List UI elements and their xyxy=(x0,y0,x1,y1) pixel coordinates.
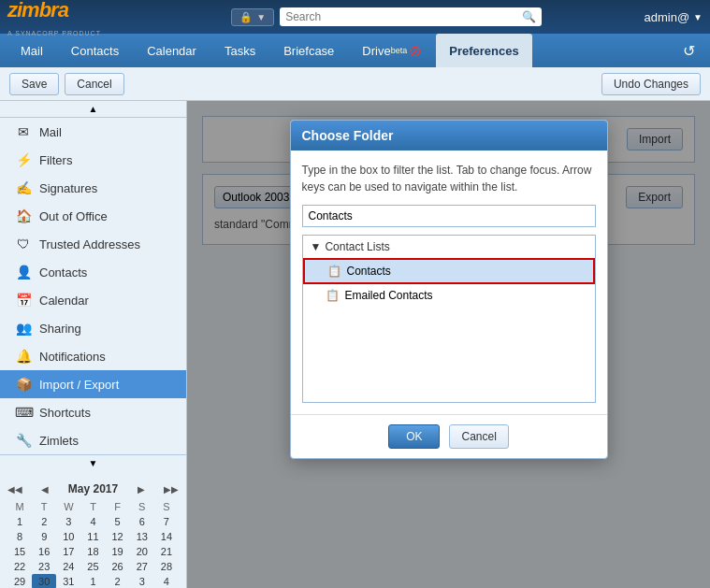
user-area: admin@ ▼ xyxy=(644,10,703,24)
out-of-office-icon: 🏠 xyxy=(15,208,32,223)
cal-day[interactable]: 24 xyxy=(56,559,80,574)
nav-bar: Mail Contacts Calendar Tasks Briefcase D… xyxy=(0,34,710,67)
sidebar-item-shortcuts[interactable]: ⌨ Shortcuts xyxy=(0,398,186,426)
cal-day[interactable]: 2 xyxy=(32,514,56,529)
mini-calendar: ◀◀ ◀ May 2017 ▶ ▶▶ MTWTFSS 1234567891011… xyxy=(0,471,186,588)
cal-day[interactable]: 10 xyxy=(56,529,80,544)
cal-prev[interactable]: ◀ xyxy=(41,484,49,495)
cal-day[interactable]: 3 xyxy=(56,514,80,529)
notifications-icon: 🔔 xyxy=(15,349,32,364)
cal-day[interactable]: 25 xyxy=(80,559,105,574)
sidebar-item-trusted-addresses[interactable]: 🛡 Trusted Addresses xyxy=(0,230,186,258)
username: admin@ xyxy=(644,10,689,24)
sidebar-item-filters[interactable]: ⚡ Filters xyxy=(0,146,186,174)
sidebar-scroll-up[interactable]: ▲ xyxy=(89,104,98,114)
cal-day[interactable]: 13 xyxy=(130,529,154,544)
cal-day[interactable]: 20 xyxy=(130,544,154,559)
modal-cancel-button[interactable]: Cancel xyxy=(449,424,508,449)
sidebar-item-out-of-office[interactable]: 🏠 Out of Office xyxy=(0,202,186,230)
folder-item-contacts[interactable]: 📋 Contacts xyxy=(303,258,595,284)
cal-day[interactable]: 8 xyxy=(7,529,32,544)
cal-day[interactable]: 22 xyxy=(7,559,32,574)
search-input[interactable] xyxy=(285,10,518,23)
nav-item-preferences[interactable]: Preferences xyxy=(436,34,531,67)
cal-day[interactable]: 7 xyxy=(154,514,179,529)
drive-disabled-icon: ⊘ xyxy=(409,42,421,60)
sidebar-item-notifications[interactable]: 🔔 Notifications xyxy=(0,342,186,370)
contacts-icon: 👤 xyxy=(15,265,32,280)
cal-day[interactable]: 12 xyxy=(106,529,130,544)
logo-area: zimbra A SYNACORP PRODUCT xyxy=(7,0,129,36)
cal-next[interactable]: ▶ xyxy=(138,484,145,495)
cal-day[interactable]: 9 xyxy=(32,529,56,544)
cal-day[interactable]: 19 xyxy=(106,544,130,559)
sidebar-item-zimlets[interactable]: 🔧 Zimlets xyxy=(0,426,186,454)
modal-footer: OK Cancel xyxy=(291,414,607,458)
cal-day[interactable]: 27 xyxy=(130,559,154,574)
sidebar-item-import-export[interactable]: 📦 Import / Export xyxy=(0,370,186,398)
cal-day[interactable]: 29 xyxy=(7,574,32,588)
cal-day[interactable]: 31 xyxy=(56,574,80,588)
logo-text: zimbra xyxy=(7,0,68,22)
cal-prev-prev[interactable]: ◀◀ xyxy=(7,484,22,495)
sidebar-item-signatures[interactable]: ✍ Signatures xyxy=(0,174,186,202)
search-icon: 🔍 xyxy=(522,10,536,23)
calendar-grid: MTWTFSS 12345678910111213141516171819202… xyxy=(7,499,179,588)
cal-day[interactable]: 15 xyxy=(7,544,32,559)
cal-day[interactable]: 28 xyxy=(154,559,179,574)
refresh-button[interactable]: ↺ xyxy=(675,34,703,67)
signatures-icon: ✍ xyxy=(15,180,32,195)
content-area: Import Outlook 2003 Contacts ▼ standard … xyxy=(187,101,710,588)
nav-item-calendar[interactable]: Calendar xyxy=(134,34,210,67)
trusted-addresses-icon: 🛡 xyxy=(15,237,32,251)
modal-ok-button[interactable]: OK xyxy=(388,424,440,449)
folder-group-contact-lists: ▼ Contact Lists xyxy=(303,236,595,258)
folder-group-label-text: Contact Lists xyxy=(325,240,389,253)
expand-icon: ▼ xyxy=(311,240,322,253)
filters-icon: ⚡ xyxy=(15,152,32,167)
save-button[interactable]: Save xyxy=(9,73,59,95)
sidebar-item-calendar[interactable]: 📅 Calendar xyxy=(0,286,186,314)
cal-day[interactable]: 26 xyxy=(106,559,130,574)
sidebar-item-mail[interactable]: ✉ Mail xyxy=(0,118,186,146)
nav-item-mail[interactable]: Mail xyxy=(7,34,56,67)
cal-day[interactable]: 6 xyxy=(130,514,154,529)
cal-day[interactable]: 1 xyxy=(7,514,32,529)
cal-day[interactable]: 30 xyxy=(32,574,56,588)
modal-overlay: Choose Folder Type in the box to filter … xyxy=(187,101,710,588)
zimlets-icon: 🔧 xyxy=(15,433,32,448)
top-bar: zimbra A SYNACORP PRODUCT 🔒 ▼ 🔍 admin@ ▼ xyxy=(0,0,710,34)
cal-day[interactable]: 21 xyxy=(154,544,179,559)
cal-day[interactable]: 4 xyxy=(154,574,179,588)
cancel-button[interactable]: Cancel xyxy=(65,73,123,95)
cal-day[interactable]: 2 xyxy=(106,574,130,588)
folder-contacts-icon: 📋 xyxy=(327,265,341,278)
cal-day[interactable]: 16 xyxy=(32,544,56,559)
undo-button[interactable]: Undo Changes xyxy=(601,73,701,95)
folder-item-emailed-contacts[interactable]: 📋 Emailed Contacts xyxy=(303,284,595,307)
import-export-icon: 📦 xyxy=(15,377,32,392)
cal-day[interactable]: 11 xyxy=(80,529,105,544)
sharing-icon: 👥 xyxy=(15,321,32,336)
cal-day[interactable]: 23 xyxy=(32,559,56,574)
user-menu-chevron[interactable]: ▼ xyxy=(693,12,703,22)
modal-instructions: Type in the box to filter the list. Tab … xyxy=(302,162,596,195)
sidebar-item-contacts[interactable]: 👤 Contacts xyxy=(0,258,186,286)
sidebar-item-sharing[interactable]: 👥 Sharing xyxy=(0,314,186,342)
nav-item-briefcase[interactable]: Briefcase xyxy=(270,34,347,67)
search-area: 🔒 ▼ 🔍 xyxy=(137,7,636,26)
nav-item-contacts[interactable]: Contacts xyxy=(58,34,132,67)
sidebar-scroll-down[interactable]: ▼ xyxy=(89,458,98,468)
folder-emailed-icon: 📋 xyxy=(326,289,340,302)
nav-item-tasks[interactable]: Tasks xyxy=(211,34,268,67)
cal-day[interactable]: 14 xyxy=(154,529,179,544)
cal-day[interactable]: 3 xyxy=(130,574,154,588)
folder-filter-input[interactable] xyxy=(302,205,596,227)
cal-day[interactable]: 17 xyxy=(56,544,80,559)
cal-day[interactable]: 4 xyxy=(80,514,105,529)
cal-day[interactable]: 1 xyxy=(80,574,105,588)
cal-day[interactable]: 5 xyxy=(106,514,130,529)
cal-next-next[interactable]: ▶▶ xyxy=(164,484,179,495)
nav-item-drive[interactable]: Drivebeta ⊘ xyxy=(349,34,434,67)
cal-day[interactable]: 18 xyxy=(80,544,105,559)
